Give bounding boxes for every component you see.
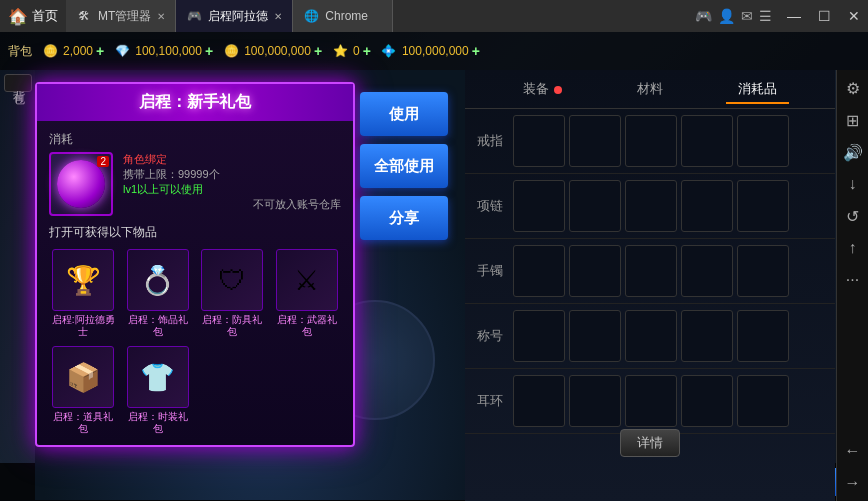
tab-mt-label: MT管理器: [98, 8, 151, 25]
gift-item-fashion[interactable]: 👕 启程：时装礼包: [124, 346, 193, 435]
gold-plus[interactable]: +: [96, 43, 104, 59]
bag-label-hud: 背包: [8, 43, 32, 60]
gold-value: 2,000: [63, 44, 93, 58]
title-slot-5[interactable]: [737, 310, 789, 362]
gift-item-warrior[interactable]: 🏆 启程:阿拉德勇士: [49, 249, 118, 338]
gift-weapon-icon: ⚔: [294, 264, 319, 297]
title-slot-4[interactable]: [681, 310, 733, 362]
bracelet-slot-1[interactable]: [513, 245, 565, 297]
close-button[interactable]: ✕: [840, 2, 868, 30]
refresh-icon[interactable]: ↺: [839, 202, 867, 230]
tab-game-icon: 🎮: [186, 8, 202, 24]
tab-equip[interactable]: 装备: [511, 76, 575, 102]
gift-fashion-label: 启程：时装礼包: [124, 411, 193, 435]
coin-plus[interactable]: +: [314, 43, 322, 59]
bracelet-slot-3[interactable]: [625, 245, 677, 297]
user-icon[interactable]: 👤: [718, 8, 735, 24]
necklace-slot-4[interactable]: [681, 180, 733, 232]
gift-box-defense[interactable]: 🛡: [201, 249, 263, 311]
bracelet-slot-5[interactable]: [737, 245, 789, 297]
gift-box-tool[interactable]: 📦: [52, 346, 114, 408]
gift-jewelry-label: 启程：饰品礼包: [124, 314, 193, 338]
share-button[interactable]: 分享: [360, 196, 448, 240]
category-row-ring: 戒指: [465, 109, 835, 174]
tab-bar: 🛠 MT管理器 ✕ 🎮 启程阿拉德 ✕ 🌐 Chrome: [66, 0, 687, 32]
gift-box-fashion[interactable]: 👕: [127, 346, 189, 408]
star-icon: ⭐: [330, 41, 350, 61]
gift-box-jewelry[interactable]: 💍: [127, 249, 189, 311]
upload-icon[interactable]: ↑: [839, 234, 867, 262]
necklace-slot-2[interactable]: [569, 180, 621, 232]
coin-item: 🪙 100,000,000 +: [221, 41, 322, 61]
game-area: 背包 🪙 2,000 + 💎 100,100,000 + 🪙 100,000,0…: [0, 32, 868, 501]
necklace-slot-5[interactable]: [737, 180, 789, 232]
tab-game-close[interactable]: ✕: [274, 11, 282, 22]
gift-box-weapon[interactable]: ⚔: [276, 249, 338, 311]
earring-slot-2[interactable]: [569, 375, 621, 427]
tab-mt-close[interactable]: ✕: [157, 11, 165, 22]
ring-slot-2[interactable]: [569, 115, 621, 167]
tab-material[interactable]: 材料: [625, 76, 675, 102]
ring-slot-5[interactable]: [737, 115, 789, 167]
dots-icon[interactable]: ···: [839, 266, 867, 294]
title-slot-2[interactable]: [569, 310, 621, 362]
ring-slot-1[interactable]: [513, 115, 565, 167]
download-icon[interactable]: ↓: [839, 170, 867, 198]
gold-icon: 🪙: [40, 41, 60, 61]
tab-game-label: 启程阿拉德: [208, 8, 268, 25]
gift-warrior-label: 启程:阿拉德勇士: [49, 314, 118, 338]
title-slot-1[interactable]: [513, 310, 565, 362]
ring-slot-4[interactable]: [681, 115, 733, 167]
maximize-button[interactable]: ☐: [810, 2, 838, 30]
tab-game[interactable]: 🎮 启程阿拉德 ✕: [176, 0, 293, 32]
settings-icon[interactable]: ⚙: [839, 74, 867, 102]
detail-area: 详情: [465, 423, 835, 463]
star-plus[interactable]: +: [363, 43, 371, 59]
menu-icon[interactable]: ☰: [759, 8, 772, 24]
earring-slot-4[interactable]: [681, 375, 733, 427]
equip-badge-dot: [554, 86, 562, 94]
tab-consumable[interactable]: 消耗品: [726, 76, 789, 102]
popup-title: 启程：新手礼包: [37, 84, 353, 121]
item-detail-text: 角色绑定 携带上限：99999个 lv1以上可以使用 不可放入账号仓库: [123, 152, 341, 212]
tab-equip-label: 装备: [523, 81, 549, 96]
diamond-plus[interactable]: +: [205, 43, 213, 59]
popup-card: 启程：新手礼包 消耗 2 角色绑定 携带上限：99999个 lv1以上可以使用 …: [35, 82, 355, 447]
tab-chrome[interactable]: 🌐 Chrome: [293, 0, 393, 32]
necklace-slot-1[interactable]: [513, 180, 565, 232]
use-button[interactable]: 使用: [360, 92, 448, 136]
grid-icon[interactable]: ⊞: [839, 106, 867, 134]
ring-label: 戒指: [477, 132, 513, 150]
home-button[interactable]: 🏠 首页: [0, 7, 66, 26]
minimize-button[interactable]: —: [780, 2, 808, 30]
right-panel: 装备 材料 消耗品 戒指 项链: [465, 70, 835, 501]
ring-slot-3[interactable]: [625, 115, 677, 167]
bracelet-slot-2[interactable]: [569, 245, 621, 297]
use-all-button[interactable]: 全部使用: [360, 144, 448, 188]
back-icon[interactable]: ←: [839, 437, 867, 465]
gift-item-jewelry[interactable]: 💍 启程：饰品礼包: [124, 249, 193, 338]
crystal-value: 100,000,000: [402, 44, 469, 58]
earring-slot-1[interactable]: [513, 375, 565, 427]
tab-mt-manager[interactable]: 🛠 MT管理器 ✕: [66, 0, 176, 32]
gift-tool-icon: 📦: [66, 361, 101, 394]
coin-icon: 🪙: [221, 41, 241, 61]
gamepad-icon[interactable]: 🎮: [695, 8, 712, 24]
gift-item-defense[interactable]: 🛡 启程：防具礼包: [198, 249, 267, 338]
gift-box-warrior[interactable]: 🏆: [52, 249, 114, 311]
necklace-label: 项链: [477, 197, 513, 215]
title-slot-3[interactable]: [625, 310, 677, 362]
crystal-plus[interactable]: +: [472, 43, 480, 59]
earring-slot-3[interactable]: [625, 375, 677, 427]
mail-icon[interactable]: ✉: [741, 8, 753, 24]
necklace-slot-3[interactable]: [625, 180, 677, 232]
gift-item-weapon[interactable]: ⚔ 启程：武器礼包: [273, 249, 342, 338]
gift-item-tool[interactable]: 📦 启程：道具礼包: [49, 346, 118, 435]
volume-icon[interactable]: 🔊: [839, 138, 867, 166]
forward-icon[interactable]: →: [839, 469, 867, 497]
earring-slot-5[interactable]: [737, 375, 789, 427]
necklace-slots: [513, 180, 823, 232]
open-text-label: 打开可获得以下物品: [49, 224, 341, 241]
detail-button[interactable]: 详情: [620, 429, 680, 457]
bracelet-slot-4[interactable]: [681, 245, 733, 297]
